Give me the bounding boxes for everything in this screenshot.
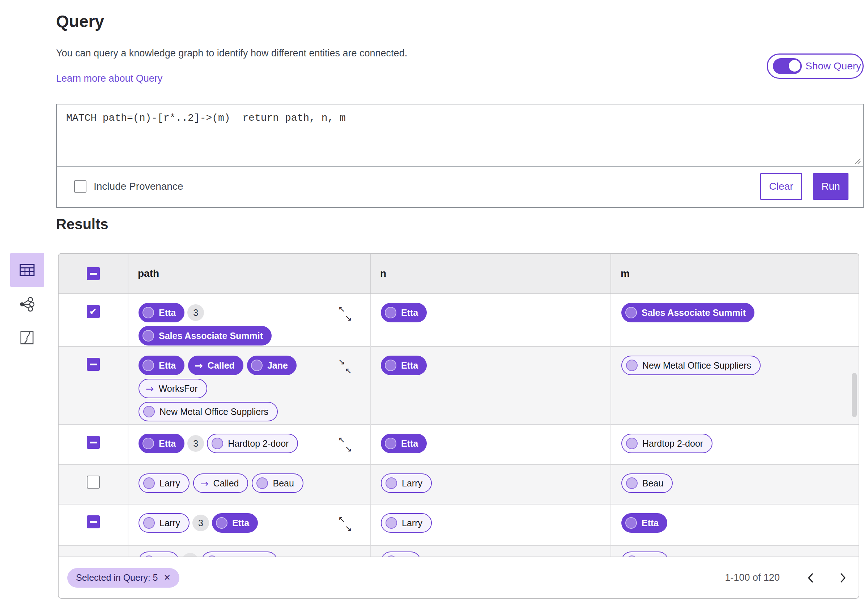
pill-line: Larry→CalledBeau (139, 473, 370, 493)
path-cell: Larry3Etta↖↘ (128, 505, 371, 545)
node-pill[interactable]: Etta (139, 355, 185, 375)
collapse-icon[interactable]: ↘↖ (338, 358, 352, 375)
map-view-button[interactable] (10, 321, 44, 355)
page-title: Query (56, 12, 104, 31)
table-row: Larry→CalledBeauLarryBeau (59, 465, 859, 505)
table-header-row: path n m (59, 254, 859, 294)
row-checkbox[interactable] (87, 476, 100, 489)
node-pill[interactable]: Beau (621, 473, 673, 493)
expand-icon[interactable]: ↖↘ (338, 305, 352, 322)
row-checkbox[interactable]: ✔ (87, 305, 100, 318)
node-pill[interactable]: Larry (139, 473, 189, 493)
resize-handle-icon[interactable] (854, 157, 861, 165)
node-pill[interactable]: Larry (139, 513, 189, 533)
diag-arrow-icon: ↘ (345, 314, 352, 322)
pill-label: WorksFor (159, 383, 198, 394)
row-checkbox[interactable] (87, 516, 100, 528)
pill-label: Called (208, 360, 235, 371)
query-input[interactable]: MATCH path=(n)-[r*..2]->(m) return path,… (57, 104, 863, 166)
node-pill[interactable]: Sales Associate Summit (621, 303, 755, 322)
path-count-badge[interactable] (182, 553, 199, 557)
node-pill[interactable] (381, 552, 420, 557)
show-query-toggle[interactable]: Show Query (767, 53, 863, 79)
previous-page-button[interactable] (806, 572, 815, 584)
query-actions-bar: Include Provenance Clear Run (57, 166, 863, 206)
node-pill[interactable]: Beau (252, 473, 303, 493)
node-circle-icon (385, 477, 397, 489)
node-pill[interactable]: Hardtop 2-door (207, 434, 298, 453)
n-cell: Etta (371, 425, 611, 464)
checkbox-cell (59, 546, 128, 557)
pill-label: New Metal Office Suppliers (159, 407, 268, 417)
pill-label: Etta (401, 438, 418, 449)
node-pill[interactable]: Etta (621, 513, 667, 533)
node-pill[interactable]: Etta (139, 303, 185, 322)
relationship-pill[interactable]: →Called (188, 355, 243, 375)
chip-close-icon[interactable]: ✕ (164, 574, 171, 582)
node-pill[interactable] (139, 552, 179, 557)
selected-in-query-chip[interactable]: Selected in Query: 5 ✕ (67, 568, 179, 587)
toggle-switch-icon[interactable] (773, 58, 802, 74)
graph-view-button[interactable] (10, 287, 44, 321)
node-pill[interactable]: Etta (212, 513, 258, 533)
row-checkbox[interactable] (87, 436, 100, 449)
select-all-checkbox[interactable] (87, 267, 100, 280)
pill-line: Etta (381, 434, 610, 453)
m-cell (611, 546, 859, 557)
table-view-button[interactable] (10, 253, 44, 287)
node-circle-icon (251, 360, 263, 371)
node-pill[interactable]: Larry (381, 513, 432, 533)
selected-chip-label: Selected in Query: 5 (76, 572, 158, 583)
node-pill[interactable]: Etta (139, 434, 185, 453)
node-circle-icon (385, 555, 397, 557)
table-body: ✔Etta3Sales Associate Summit↖↘EttaSales … (59, 294, 859, 557)
graph-icon (18, 296, 36, 313)
node-pill[interactable] (621, 552, 668, 557)
node-pill[interactable]: Hardtop 2-door (621, 434, 712, 453)
node-pill[interactable]: Jane (247, 355, 296, 375)
node-pill[interactable]: Etta (381, 434, 427, 453)
node-circle-icon (143, 517, 155, 529)
node-pill[interactable]: Larry (381, 473, 432, 493)
table-row: Etta3Hardtop 2-door↖↘EttaHardtop 2-door (59, 425, 859, 465)
node-pill[interactable]: New Metal Office Suppliers (139, 402, 278, 421)
clear-button[interactable]: Clear (760, 173, 802, 200)
relationship-pill[interactable]: →WorksFor (139, 379, 207, 398)
scrollbar-thumb[interactable] (852, 373, 857, 417)
node-circle-icon (142, 307, 154, 319)
table-row (59, 546, 859, 557)
row-checkbox[interactable] (87, 358, 100, 371)
path-count-badge[interactable]: 3 (193, 515, 209, 531)
node-circle-icon (142, 330, 154, 342)
m-cell: New Metal Office Suppliers (611, 347, 859, 425)
node-pill[interactable] (202, 552, 277, 557)
m-cell: Etta (611, 505, 859, 545)
node-pill[interactable]: New Metal Office Suppliers (621, 355, 761, 375)
pill-label: Etta (642, 518, 659, 528)
run-button[interactable]: Run (813, 173, 848, 200)
learn-more-link[interactable]: Learn more about Query (56, 73, 162, 84)
path-count-badge[interactable]: 3 (187, 435, 204, 452)
pill-line: New Metal Office Suppliers (139, 402, 370, 421)
path-cell (128, 546, 371, 557)
pill-label: Larry (159, 478, 180, 489)
table-row: Etta→CalledJane→WorksForNew Metal Office… (59, 347, 859, 425)
next-page-button[interactable] (838, 572, 848, 584)
pill-line: Beau (621, 473, 859, 493)
expand-icon[interactable]: ↖↘ (338, 516, 352, 533)
checkbox-cell (59, 425, 128, 464)
pill-line: Sales Associate Summit (621, 303, 859, 322)
node-pill[interactable]: Sales Associate Summit (139, 326, 272, 345)
pill-line: Larry3Etta (139, 513, 370, 533)
indeterminate-icon (90, 521, 97, 523)
path-count-badge[interactable]: 3 (187, 304, 204, 321)
include-provenance-checkbox[interactable] (74, 180, 86, 193)
node-circle-icon (626, 438, 637, 449)
expand-icon[interactable]: ↖↘ (338, 436, 352, 453)
node-pill[interactable]: Etta (381, 355, 427, 375)
relationship-pill[interactable]: →Called (193, 473, 249, 493)
node-circle-icon (143, 406, 155, 417)
node-pill[interactable]: Etta (381, 303, 427, 322)
node-circle-icon (626, 555, 637, 557)
arrow-right-icon: → (146, 384, 154, 394)
